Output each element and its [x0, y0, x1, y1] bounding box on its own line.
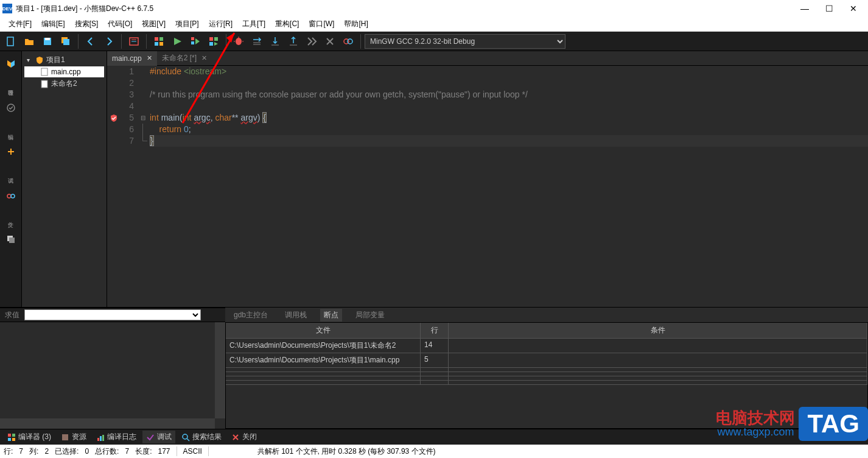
forward-icon[interactable] — [100, 33, 117, 50]
eval-input[interactable] — [24, 309, 201, 320]
sidebar-tab-edit-label[interactable]: 编辑 — [1, 119, 21, 140]
scrollbar-horizontal[interactable] — [0, 418, 215, 429]
minimize-button[interactable]: — — [799, 4, 811, 13]
new-file-icon[interactable] — [2, 33, 19, 50]
editor-area: main.cpp ✕ 未命名2 [*] ✕ 1234567 ⊟ — [107, 51, 868, 307]
status-sel-label: 已选择: — [55, 446, 79, 457]
code-content[interactable]: #include <iostream> /* run this program … — [147, 66, 868, 307]
window-controls: — ☐ ✕ — [799, 4, 866, 13]
bottom-tab-search[interactable]: 搜索结果 — [178, 431, 225, 443]
editor-tab-main[interactable]: main.cpp ✕ — [107, 51, 157, 66]
debug-tab-console[interactable]: gdb主控台 — [230, 309, 271, 322]
run-icon[interactable] — [169, 33, 186, 50]
debug-icon[interactable] — [230, 33, 247, 50]
tree-file-main[interactable]: main.cpp — [24, 66, 104, 77]
tree-root-label: 项目1 — [46, 55, 65, 65]
eval-row: 求值 — [0, 308, 225, 322]
watermark-tag: TAG — [799, 407, 868, 441]
toolbar-separator — [360, 34, 361, 49]
menu-file[interactable]: 文件[F] — [4, 19, 37, 29]
svg-rect-0 — [7, 37, 13, 46]
table-row[interactable]: C:\Users\admin\Documents\Projects\项目1\ma… — [226, 353, 867, 368]
step-out-icon[interactable] — [285, 33, 302, 50]
sidebar-tab-copy-icon[interactable] — [1, 229, 21, 250]
compiler-select[interactable]: MinGW GCC 9.2.0 32-bit Debug — [365, 34, 565, 49]
bottom-tab-resource[interactable]: 资源 — [57, 431, 90, 443]
svg-rect-33 — [41, 80, 47, 88]
compile-icon[interactable] — [150, 33, 167, 50]
sidebar-tab-binoculars-icon[interactable] — [1, 185, 21, 206]
header-line[interactable]: 行 — [421, 323, 449, 338]
svg-rect-11 — [159, 42, 163, 46]
watch-icon[interactable] — [340, 33, 357, 50]
status-parse-info: 共解析 101 个文件, 用时 0.328 秒 (每秒 307.93 个文件) — [257, 446, 436, 457]
bottom-tab-debug[interactable]: 调试 — [142, 431, 175, 443]
bottom-tab-close[interactable]: 关闭 — [228, 431, 261, 443]
maximize-button[interactable]: ☐ — [823, 4, 835, 13]
header-file[interactable]: 文件 — [226, 323, 421, 338]
menubar: 文件[F] 编辑[E] 搜索[S] 代码[O] 视图[V] 项目[P] 运行[R… — [0, 17, 868, 32]
sidebar-tab-project-label[interactable]: 项目管理 — [1, 76, 21, 96]
collapse-icon[interactable]: ▾ — [27, 57, 33, 63]
table-row[interactable]: C:\Users\admin\Documents\Projects\项目1\未命… — [226, 339, 867, 353]
close-button[interactable]: ✕ — [847, 4, 859, 13]
close-icon[interactable]: ✕ — [201, 54, 207, 62]
save-icon[interactable] — [39, 33, 56, 50]
line-numbers: 1234567 — [121, 66, 139, 307]
compile-run-icon[interactable] — [187, 33, 204, 50]
step-over-icon[interactable] — [248, 33, 265, 50]
bottom-tab-compiler[interactable]: 编译器 (3) — [4, 431, 55, 443]
svg-rect-9 — [159, 37, 163, 41]
menu-help[interactable]: 帮助[H] — [339, 19, 373, 29]
menu-run[interactable]: 运行[R] — [204, 19, 237, 29]
continue-icon[interactable] — [303, 33, 320, 50]
sidebar-tab-files-label[interactable]: 文件 — [1, 207, 21, 228]
stop-icon[interactable] — [321, 33, 338, 50]
menu-search[interactable]: 搜索[S] — [70, 19, 103, 29]
table-row[interactable] — [226, 376, 867, 381]
debug-tab-locals[interactable]: 局部变量 — [352, 309, 388, 322]
sidebar-tab-debug-label[interactable]: 调试 — [1, 163, 21, 184]
bottom-tab-log[interactable]: 编译日志 — [93, 431, 140, 443]
separator — [177, 446, 177, 456]
editor-tabs: main.cpp ✕ 未命名2 [*] ✕ — [107, 51, 868, 66]
fold-gutter: ⊟ — [139, 66, 147, 307]
watch-list[interactable] — [0, 322, 225, 429]
back-icon[interactable] — [82, 33, 99, 50]
table-row[interactable] — [226, 372, 867, 376]
open-folder-icon[interactable] — [21, 33, 38, 50]
sidebar-tab-project[interactable] — [1, 54, 21, 74]
breakpoint-marker-icon[interactable] — [107, 112, 121, 124]
menu-window[interactable]: 窗口[W] — [304, 19, 339, 29]
svg-rect-13 — [191, 41, 194, 44]
fold-toggle-icon[interactable]: ⊟ — [139, 112, 147, 124]
editor-tab-unnamed[interactable]: 未命名2 [*] ✕ — [157, 51, 212, 66]
menu-view[interactable]: 视图[V] — [137, 19, 170, 29]
menu-tools[interactable]: 工具[T] — [237, 19, 270, 29]
rebuild-icon[interactable] — [205, 33, 222, 50]
menu-code[interactable]: 代码[O] — [103, 19, 137, 29]
shield-icon — [35, 56, 44, 65]
window-title: 项目1 - [项目1.dev] - 小熊猫Dev-C++ 6.7.5 — [16, 4, 799, 14]
header-cond[interactable]: 条件 — [449, 323, 867, 338]
sidebar-tab-plus-icon[interactable] — [1, 141, 21, 162]
step-into-icon[interactable] — [267, 33, 284, 50]
gutter — [107, 66, 121, 307]
titlebar: DEV 项目1 - [项目1.dev] - 小熊猫Dev-C++ 6.7.5 —… — [0, 0, 868, 17]
tree-root[interactable]: ▾ 项目1 — [24, 54, 104, 66]
table-row[interactable] — [226, 381, 867, 385]
debug-tab-breakpoints[interactable]: 断点 — [320, 309, 342, 322]
menu-edit[interactable]: 编辑[E] — [37, 19, 70, 29]
close-icon[interactable]: ✕ — [147, 54, 152, 62]
scrollbar-vertical[interactable] — [215, 322, 225, 418]
bookmark-icon[interactable] — [125, 33, 142, 50]
tree-file-unnamed[interactable]: 未命名2 — [24, 77, 104, 90]
menu-refactor[interactable]: 重构[C] — [270, 19, 304, 29]
grid-icon — [7, 433, 16, 442]
sidebar-tab-edit-icon[interactable] — [1, 97, 21, 118]
code-editor[interactable]: 1234567 ⊟ #include <iostream> /* run thi… — [107, 66, 868, 307]
debug-tab-callstack[interactable]: 调用栈 — [281, 309, 310, 322]
menu-project[interactable]: 项目[P] — [170, 19, 204, 29]
table-row[interactable] — [226, 368, 867, 372]
save-all-icon[interactable] — [57, 33, 74, 50]
